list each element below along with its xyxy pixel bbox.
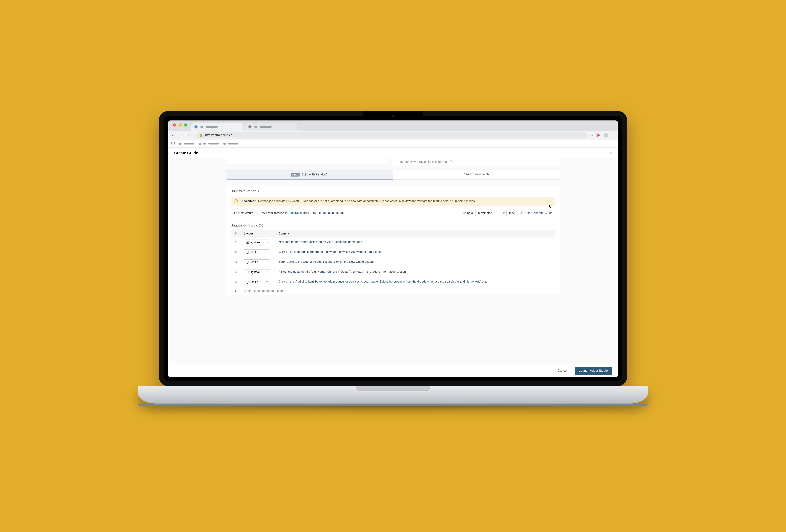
add-step-input[interactable]: Enter text to add another step: [244, 289, 283, 293]
disclaimer-banner: ! Disclaimer: Responses generated by Cha…: [231, 197, 555, 206]
stub-text: [Super Only] Provide Localized Host: [400, 160, 448, 164]
step-content-input[interactable]: Click on an Opportunity (or create a new…: [279, 250, 383, 254]
step-number: 1: [231, 237, 241, 247]
close-dialog-icon[interactable]: ×: [609, 151, 612, 156]
bookmark-item[interactable]: [199, 143, 219, 145]
layout-value: tooltip: [251, 251, 258, 254]
close-window-icon[interactable]: [173, 123, 176, 126]
layout-value: tooltip: [251, 280, 258, 283]
tag-icon: 🏷: [395, 160, 398, 163]
browser-menu-icon[interactable]: ⋮: [611, 133, 615, 137]
new-tab-button[interactable]: +: [299, 123, 305, 128]
builder-text: using a: [463, 211, 473, 215]
lightbox-icon: [246, 271, 249, 273]
layout-select[interactable]: lightbox: [244, 239, 270, 245]
favicon-icon: [194, 125, 198, 129]
step-content-input[interactable]: Scroll down to the Quotes related list a…: [279, 260, 374, 264]
browser-tab-active[interactable]: ×: [191, 123, 244, 131]
step-content-input[interactable]: Click on the 'Add Line Item' button to a…: [279, 280, 490, 284]
nav-back-icon[interactable]: ←: [171, 133, 176, 138]
nav-reload-icon[interactable]: ⟳: [188, 133, 193, 138]
profile-avatar[interactable]: [604, 133, 608, 138]
section-title: Build with Pendo AI: [231, 189, 555, 193]
page-header: Create Guide ×: [168, 147, 618, 158]
step-content-input[interactable]: Navigate to the Opportunities tab on you…: [279, 240, 363, 245]
col-content: Content: [276, 230, 555, 237]
tab-close-icon[interactable]: ×: [238, 125, 240, 129]
browser-tabbar: × × +: [168, 120, 618, 131]
layout-select[interactable]: tooltip: [244, 250, 270, 255]
table-row: 4lightboxFill out the quote details (e.g…: [231, 267, 555, 277]
step-content-input[interactable]: Fill out the quote details (e.g. Name, C…: [279, 270, 407, 274]
info-icon: ⓘ: [450, 160, 453, 164]
builder-text: Build a maximum: [231, 211, 253, 215]
table-row: 3tooltipScroll down to the Quotes relate…: [231, 257, 555, 267]
step-number: 6: [231, 287, 241, 295]
layout-select[interactable]: lightbox: [244, 269, 270, 275]
bookmark-star-icon[interactable]: ☆: [591, 133, 594, 137]
pendo-extension-icon[interactable]: [597, 133, 601, 137]
tab-close-icon[interactable]: ×: [293, 125, 294, 129]
window-controls: [172, 123, 189, 128]
layout-value: tooltip: [251, 261, 258, 264]
apps-icon[interactable]: [171, 142, 175, 145]
stage: × × + ← → ⟳ 🔒 https://crm: [0, 0, 786, 532]
cancel-button[interactable]: Cancel: [554, 367, 571, 375]
page-footer: Cancel Launch Adopt Studio: [168, 364, 618, 377]
browser-toolbar: ← → ⟳ 🔒 https://crm.acme.co ☆ ⋮: [168, 131, 618, 140]
step-number: 2: [231, 247, 241, 257]
address-bar[interactable]: 🔒 https://crm.acme.co: [196, 132, 587, 138]
bookmarks-bar: [168, 140, 618, 147]
browser-window: × × + ← → ⟳ 🔒 https://crm: [168, 120, 618, 377]
layout-select[interactable]: tooltip: [244, 259, 270, 265]
platform-selector[interactable]: Salesforce: [290, 211, 311, 215]
bookmark-item[interactable]: [179, 143, 194, 145]
build-mode-tabs: NEWBuild with Pendo AI Start from scratc…: [226, 169, 560, 180]
tab-build-ai-label: Build with Pendo AI: [301, 173, 328, 176]
sparkle-icon: ✦: [520, 211, 523, 215]
col-layout: Layout: [241, 230, 276, 237]
step-number: 5: [231, 277, 241, 287]
builder-text: tone: [509, 211, 515, 215]
steps-table: # Layout Content 1lightboxNavigate to th…: [231, 230, 555, 295]
browser-tab[interactable]: ×: [245, 123, 297, 131]
card-stub-right: 🏷 [Super Only] Provide Localized Host ⓘ: [392, 158, 560, 165]
layout-value: lightbox: [251, 241, 260, 244]
prompt-builder: Build a maximum 5 step walkthrough in Sa…: [231, 210, 555, 216]
suggested-steps-section: Suggested Steps (5) # Layout: [231, 223, 555, 295]
step-number: 3: [231, 257, 241, 267]
lightbox-icon: [246, 241, 249, 244]
app-page: Create Guide × 🏷 [Super Only] Provide Lo…: [168, 147, 618, 377]
tab-scratch[interactable]: Start from scratch: [393, 170, 560, 180]
steps-count: (5): [259, 223, 263, 227]
laptop-screen: × × + ← → ⟳ 🔒 https://crm: [168, 120, 618, 377]
nav-forward-icon[interactable]: →: [180, 133, 184, 138]
card-stub-left: [226, 158, 388, 165]
step-count-input[interactable]: 5: [256, 211, 259, 215]
add-step-row: 6Enter text to add another step: [231, 287, 555, 295]
tab-scratch-label: Start from scratch: [464, 172, 489, 176]
table-row: 2tooltipClick on an Opportunity (or crea…: [231, 247, 555, 257]
bookmark-item[interactable]: [223, 143, 238, 145]
tooltip-icon: [246, 261, 249, 263]
layout-select[interactable]: tooltip: [244, 279, 270, 285]
laptop-base: [138, 386, 648, 403]
minimize-window-icon[interactable]: [179, 123, 182, 126]
step-number: 4: [231, 267, 241, 277]
tooltip-icon: [246, 281, 249, 283]
table-row: 5tooltipClick on the 'Add Line Item' but…: [231, 277, 555, 287]
tone-select[interactable]: Terminator: [475, 210, 507, 216]
launch-adopt-studio-button[interactable]: Launch Adopt Studio: [575, 367, 612, 375]
goal-input[interactable]: create a cpq quote: [318, 211, 353, 215]
tab-build-ai[interactable]: NEWBuild with Pendo AI: [226, 169, 393, 180]
auto-generate-button[interactable]: ✦ Auto Generate Guide: [517, 210, 555, 216]
laptop-mockup: × × + ← → ⟳ 🔒 https://crm: [159, 111, 627, 421]
build-ai-card: Build with Pendo AI ! Disclaimer: Respon…: [226, 185, 560, 295]
disclaimer-text: Responses generated by ChatGPT/Pendo AI …: [258, 199, 476, 203]
tooltip-icon: [246, 251, 249, 253]
laptop-camera: [392, 115, 394, 117]
maximize-window-icon[interactable]: [184, 123, 187, 126]
steps-title: Suggested Steps: [231, 223, 257, 227]
lock-icon: 🔒: [199, 134, 203, 137]
salesforce-icon: [291, 212, 294, 214]
